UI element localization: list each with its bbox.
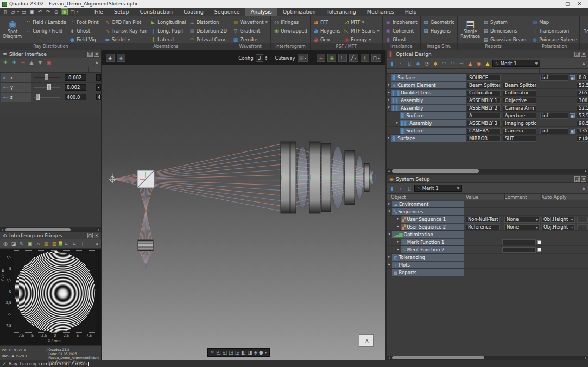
ss-tool-0-icon[interactable]: ▮ [388,185,396,192]
optical-design-row-mirror[interactable]: ▸▊SurfaceMIRRORSUTz (400.0 [387,135,588,142]
radius-solve-button[interactable]: ▦ [570,129,575,134]
target-icon[interactable]: ◎ [2,241,9,248]
ribbon-item-spot-diagram[interactable]: ◉Spot Diagram [2,17,23,39]
tree-expander-icon[interactable]: ▸ [387,98,391,102]
panel-maximize-button[interactable]: ▢ [574,176,580,182]
axis-orientation-button[interactable]: -X [359,334,374,347]
thickness-field[interactable]: 53.5 [577,113,588,119]
ribbon-item-3d-view[interactable]: ◫3d View [581,17,588,34]
auto-apply-checkbox[interactable] [537,248,541,252]
menu-sequence[interactable]: Sequence [209,8,245,16]
scroll-right-arrow[interactable]: ▸ [584,169,588,173]
ribbon-item-gaussian-beam[interactable]: ▤Gaussian Beam [482,35,527,43]
ss-tool-1-icon[interactable]: ⁞ [397,185,404,192]
auto-apply-dropdown[interactable]: Obj.Height [541,217,575,223]
ribbon-item-geometric[interactable]: ▤Geometric [422,18,456,26]
view-cube-icon-0[interactable]: ✕ [211,350,215,355]
ribbon-item-lateral[interactable]: ∥Lateral [149,35,187,43]
copy-view-icon[interactable]: ▢ [69,8,76,15]
slider-handle-x[interactable] [45,74,48,80]
new-file-icon[interactable]: ▯ [2,8,9,15]
name-field[interactable]: A [467,113,501,119]
slider-handle-z[interactable] [36,94,40,100]
ribbon-item-seidel[interactable]: ▬Seidel▼ [104,35,149,43]
comment-dropdown[interactable]: None [504,224,540,230]
hamburger-icon[interactable]: ≡ [2,52,8,57]
tree-expander-icon[interactable]: ▸ [395,121,400,125]
thickness-field[interactable]: 98.5 [577,121,588,126]
column-header-object[interactable]: Object [391,194,406,200]
tree-expander-icon[interactable]: ▸ [396,224,400,229]
tree-expander-icon[interactable]: ▸ [396,217,400,221]
name-field[interactable]: ASSEMBLY 2 [467,105,501,111]
comment-field[interactable]: Collimator [503,90,536,96]
auto-apply-dropdown[interactable]: Obj.Height [541,224,575,230]
system-setup-row-merit-function-1[interactable]: ▸∿Merit Function 1 [387,238,588,246]
ribbon-item-long-pupil[interactable]: ∥Long. Pupil [149,27,187,35]
colorbar-icon[interactable] [59,241,62,246]
menu-analysis[interactable]: Analysis [245,8,277,16]
tree-expander-icon[interactable]: ▸ [387,90,391,94]
measure-line-icon[interactable]: ╱▾ [349,54,358,62]
od-tool-7-icon[interactable]: ◠ [449,60,457,67]
solid-view-icon[interactable]: ◻▾ [371,54,382,62]
system-setup-row-sequences[interactable]: ▾▚Sequences [387,208,588,216]
scroll-right-arrow[interactable]: ▸ [584,356,588,360]
ribbon-item-distortion-2d[interactable]: ▦Distortion 2D [188,27,228,35]
view-cube-icon-5[interactable]: ◧ [241,350,246,355]
comment-field[interactable]: Camera Arm [503,105,536,111]
comment-field[interactable]: Imaging optics [503,121,536,126]
system-setup-row-user-sequence-1[interactable]: ▸▞User Sequence 1Non-Null-TestNoneObj.He… [387,216,588,223]
view-cube-icon-8[interactable]: ● [259,350,263,355]
tree-expander-icon[interactable]: ▸ [396,239,400,244]
left-horizontal-scrollbar[interactable]: ◂ ▸ [0,227,101,232]
menu-file[interactable]: File [89,8,109,16]
view-cube-icon-4[interactable]: ◲ [235,350,240,355]
copy-view-dropdown-arrow[interactable]: ▾ [77,10,78,14]
scroll-right-arrow[interactable]: ▸ [97,227,101,232]
thickness-field[interactable]: 308.0 [577,98,588,104]
od-tool-9-icon[interactable]: ▲ [466,60,474,67]
radius-field[interactable]: inf [540,113,568,119]
optical-design-hscrollbar[interactable]: ◂ ▸ [387,169,588,173]
thickness-field[interactable]: 0.0 [577,75,588,81]
radius-field[interactable]: inf [540,75,568,81]
od-tool-8-icon[interactable]: ⊣ [458,60,465,67]
system-setup-row-tolerancing[interactable]: ▸◩Tolerancing [387,254,588,261]
menu-help[interactable]: Help [400,8,422,16]
menu-setup[interactable]: Setup [109,8,135,16]
radius-solve-button[interactable]: ▦ [570,75,575,80]
save-as-icon[interactable]: ▣ [28,8,35,15]
od-tool-11-icon[interactable]: ▲ [484,60,491,67]
comment-field[interactable]: Beam Splitter [503,83,536,88]
ribbon-item-foot-print[interactable]: ∴Foot Print [68,18,100,26]
render-mode-icon[interactable]: ◈ [106,54,115,62]
merit-function-dropdown[interactable]: ∿ Merit 1 ▼ [414,185,462,192]
optical-design-row-assembly-3[interactable]: ▸▌▌AssemblyASSEMBLY 3Imaging optics98.5 [387,119,588,127]
system-setup-hscrollbar[interactable]: ◂ ▸ [387,356,588,360]
view-cube-icon-3[interactable]: ◳ [229,350,233,355]
move-down-icon[interactable]: ▼ [36,59,44,66]
ribbon-item-field-lambda[interactable]: ∷Field / Lambda [24,18,67,26]
ribbon-item-ghost[interactable]: ▮Ghost [384,35,419,43]
ribbon-item-petzval-curv[interactable]: ◠Petzval Curv. [188,35,228,43]
ribbon-item-dimensions[interactable]: ▤Dimensions [482,27,527,35]
ribbon-item-incoherent[interactable]: ▣Incoherent [384,18,419,26]
config-spinner[interactable]: ▲▼ [265,55,268,61]
clipped-button[interactable] [577,224,588,230]
ribbon-item-poincare-sphere[interactable]: ◍Poincare Sphere [531,35,578,43]
maximize-button[interactable]: ▢ [565,0,570,8]
od-tool-6-icon[interactable]: ◠ [440,60,448,67]
ribbon-item-field-vig[interactable]: ●Field Vig. [68,35,100,43]
ribbon-item-map[interactable]: ▥Map [531,18,578,26]
od-tool-5-icon[interactable]: ◆ [432,60,439,67]
ribbon-item-single-raytrace[interactable]: ▤Single Raytrace [459,17,481,39]
menu-tolerancing[interactable]: Tolerancing [321,8,362,16]
ribbon-item-opd-fan-plot[interactable]: ∿OPD Fan Plot [104,18,149,26]
optical-design-row-source[interactable]: ▊SurfaceSOURCEinf▦0.0 [387,74,588,81]
undo-icon[interactable]: ↶ [36,8,43,15]
plot-linear-icon[interactable]: ∟ [62,241,70,248]
tree-expander-icon[interactable]: ▾ [387,105,391,110]
menu-optimization[interactable]: Optimization [277,8,321,16]
slice-h-icon[interactable]: — [87,241,94,248]
